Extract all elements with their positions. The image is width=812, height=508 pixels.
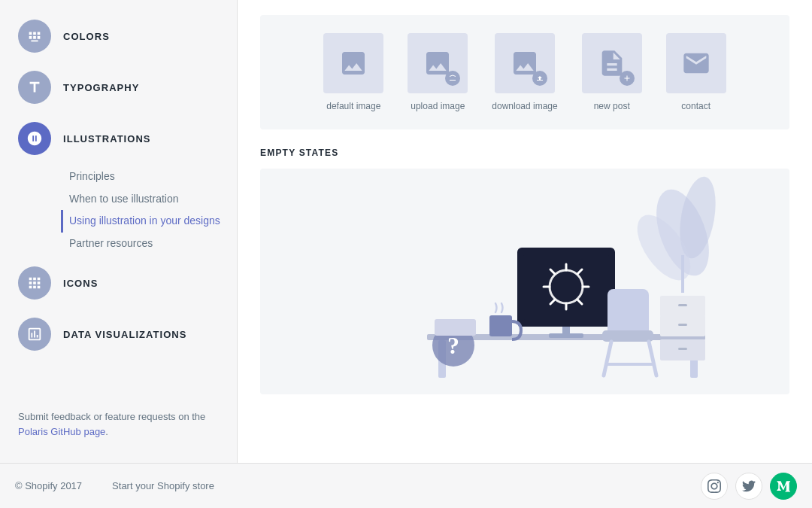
svg-rect-25 — [489, 315, 512, 336]
icon-item-download-image: download image — [492, 33, 557, 111]
feedback-text: Submit feedback or feature requests on t… — [18, 411, 205, 422]
sub-nav-principles[interactable]: Principles — [69, 166, 237, 188]
sidebar: COLORS TYPOGRAPHY ILLUSTRATIONS Principl… — [0, 0, 237, 463]
icon-item-upload-image: upload image — [408, 33, 468, 111]
illustrations-sub-nav: Principles When to use illustration Usin… — [12, 166, 237, 254]
instagram-icon — [707, 479, 721, 493]
sidebar-item-data-viz[interactable]: DATA VISUALIZATIONS — [12, 310, 237, 358]
colors-icon — [26, 28, 43, 44]
data-viz-icon-bg — [18, 318, 51, 351]
illustrations-icon — [26, 130, 43, 147]
typography-label: TYPOGRAPHY — [63, 82, 139, 93]
sub-nav-using-illustration[interactable]: Using illustration in your designs — [61, 210, 237, 233]
feedback-suffix: . — [105, 426, 108, 437]
desk-illustration: ? — [314, 172, 735, 391]
sidebar-item-typography[interactable]: TYPOGRAPHY — [12, 63, 237, 111]
icons-label: ICONS — [63, 278, 98, 289]
icon-item-contact: contact — [666, 33, 726, 111]
icon-placeholder-new-post — [582, 33, 642, 93]
upload-badge — [445, 71, 460, 86]
svg-rect-21 — [602, 330, 653, 342]
svg-text:?: ? — [447, 332, 459, 359]
data-viz-label: DATA VISUALIZATIONS — [63, 329, 186, 340]
main-content: default image upload image — [237, 0, 812, 463]
plus-icon — [623, 74, 632, 83]
upload-arrow-icon — [448, 74, 457, 83]
image-icon — [338, 48, 368, 78]
illustrations-label: ILLUSTRATIONS — [63, 133, 151, 144]
empty-states-section: EMPTY STATES — [260, 148, 789, 394]
data-viz-icon — [26, 326, 43, 342]
sub-nav-when-to-use[interactable]: When to use illustration — [69, 188, 237, 211]
footer-start-store-link[interactable]: Start your Shopify store — [112, 480, 214, 491]
footer-copyright: © Shopify 2017 — [15, 480, 82, 491]
icon-placeholder-download — [495, 33, 555, 93]
svg-rect-33 — [678, 348, 687, 350]
twitter-button[interactable] — [735, 473, 762, 500]
medium-icon — [777, 479, 790, 493]
instagram-button[interactable] — [701, 473, 728, 500]
illustrations-icon-bg — [18, 122, 51, 155]
sidebar-item-colors[interactable]: COLORS — [12, 12, 237, 60]
icon-placeholder-contact — [666, 33, 726, 93]
icon-item-new-post: new post — [582, 33, 642, 111]
icon-item-default-image: default image — [323, 33, 383, 111]
footer: © Shopify 2017 Start your Shopify store — [0, 463, 812, 508]
download-badge — [532, 71, 547, 86]
svg-rect-28 — [435, 319, 476, 336]
icons-icon-bg — [18, 266, 51, 300]
svg-line-22 — [604, 342, 611, 376]
svg-rect-32 — [678, 324, 687, 326]
icon-grid: default image upload image — [278, 33, 771, 111]
icon-label-default: default image — [326, 101, 380, 111]
github-link[interactable]: Polaris GitHub page — [18, 426, 105, 437]
icon-label-contact: contact — [681, 101, 710, 111]
svg-rect-34 — [678, 304, 687, 306]
typography-icon — [26, 79, 43, 96]
colors-label: COLORS — [63, 31, 110, 42]
mail-icon — [681, 48, 711, 78]
sub-nav-partner-resources[interactable]: Partner resources — [69, 233, 237, 255]
medium-button[interactable] — [770, 473, 797, 500]
new-post-badge — [620, 71, 635, 86]
footer-left: © Shopify 2017 Start your Shopify store — [15, 480, 214, 491]
icon-placeholder-upload — [408, 33, 468, 93]
sidebar-footer: Submit feedback or feature requests on t… — [12, 397, 237, 451]
sidebar-item-illustrations[interactable]: ILLUSTRATIONS — [12, 114, 237, 163]
twitter-icon — [742, 479, 756, 493]
icons-icon — [26, 275, 43, 291]
typography-icon-bg — [18, 71, 51, 104]
icon-grid-section: default image upload image — [260, 15, 789, 129]
footer-social — [701, 473, 797, 500]
icon-label-new-post: new post — [594, 101, 630, 111]
colors-icon-bg — [18, 20, 51, 53]
svg-rect-8 — [549, 333, 583, 338]
icon-label-download: download image — [492, 101, 557, 111]
empty-state-illustration: ? — [260, 169, 789, 394]
icon-label-upload: upload image — [411, 101, 465, 111]
download-arrow-icon — [535, 74, 544, 83]
sidebar-item-icons[interactable]: ICONS — [12, 259, 237, 307]
icon-placeholder-default — [323, 33, 383, 93]
empty-states-title: EMPTY STATES — [260, 148, 789, 158]
svg-line-23 — [649, 342, 656, 376]
